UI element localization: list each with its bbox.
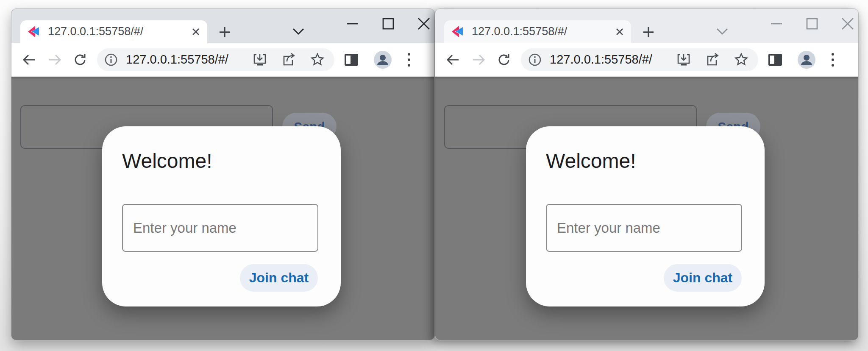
name-input[interactable] <box>122 204 318 252</box>
join-chat-button[interactable]: Join chat <box>664 264 742 292</box>
tab-search-chevron-icon[interactable] <box>291 27 306 36</box>
bookmark-star-icon[interactable] <box>310 52 325 67</box>
address-bar[interactable]: 127.0.0.1:55758/#/ <box>97 48 334 71</box>
url-text[interactable]: 127.0.0.1:55758/#/ <box>550 53 676 67</box>
browser-tab[interactable]: 127.0.0.1:55758/#/ <box>444 20 631 43</box>
dialog-title: Welcome! <box>122 149 212 173</box>
tab-title: 127.0.0.1:55758/#/ <box>472 25 615 38</box>
window-controls <box>770 17 854 30</box>
back-icon[interactable] <box>22 52 37 67</box>
bookmark-star-icon[interactable] <box>734 52 749 67</box>
app-favicon-icon <box>451 25 463 38</box>
side-panel-icon[interactable] <box>344 53 359 67</box>
name-input[interactable] <box>546 204 742 252</box>
forward-icon[interactable] <box>47 52 62 67</box>
profile-avatar-icon[interactable] <box>797 50 816 69</box>
window-close-icon[interactable] <box>417 17 430 30</box>
browser-toolbar: 127.0.0.1:55758/#/ <box>11 43 434 77</box>
window-close-icon[interactable] <box>841 17 854 30</box>
page-content-scrim: Send Welcome! Join chat <box>435 77 858 340</box>
address-bar[interactable]: 127.0.0.1:55758/#/ <box>521 48 758 71</box>
install-app-icon[interactable] <box>676 52 691 67</box>
tab-search-chevron-icon[interactable] <box>715 27 729 36</box>
tab-title: 127.0.0.1:55758/#/ <box>48 25 191 38</box>
join-chat-label: Join chat <box>249 270 309 286</box>
browser-window-right: 127.0.0.1:55758/#/ <box>435 8 859 340</box>
toolbar-right-icons <box>344 50 412 69</box>
menu-kebab-icon[interactable] <box>830 51 835 68</box>
maximize-icon[interactable] <box>382 17 395 30</box>
browser-window-left: 127.0.0.1:55758/#/ <box>11 8 435 340</box>
reload-icon[interactable] <box>496 52 512 67</box>
tab-close-icon[interactable] <box>191 27 200 36</box>
welcome-dialog: Welcome! Join chat <box>526 126 765 306</box>
site-info-icon[interactable] <box>528 53 542 67</box>
url-text[interactable]: 127.0.0.1:55758/#/ <box>126 53 252 67</box>
menu-kebab-icon[interactable] <box>406 51 412 68</box>
new-tab-icon[interactable] <box>218 25 231 39</box>
tab-close-icon[interactable] <box>615 27 624 36</box>
app-favicon-icon <box>27 25 39 38</box>
window-controls <box>346 17 430 30</box>
browser-toolbar: 127.0.0.1:55758/#/ <box>435 43 858 77</box>
minimize-icon[interactable] <box>346 17 359 30</box>
dialog-title: Welcome! <box>546 149 636 173</box>
toolbar-right-icons <box>768 50 835 69</box>
reload-icon[interactable] <box>72 52 88 67</box>
tab-strip: 127.0.0.1:55758/#/ <box>435 9 858 43</box>
site-info-icon[interactable] <box>104 53 118 67</box>
join-chat-button[interactable]: Join chat <box>240 264 318 292</box>
back-icon[interactable] <box>445 52 461 67</box>
install-app-icon[interactable] <box>252 52 267 67</box>
share-icon[interactable] <box>281 52 296 67</box>
join-chat-label: Join chat <box>673 270 732 286</box>
maximize-icon[interactable] <box>806 17 818 30</box>
welcome-dialog: Welcome! Join chat <box>102 126 341 306</box>
tab-strip: 127.0.0.1:55758/#/ <box>11 9 434 43</box>
side-panel-icon[interactable] <box>768 53 783 67</box>
page-content-scrim: Send Welcome! Join chat <box>11 77 434 340</box>
share-icon[interactable] <box>705 52 720 67</box>
new-tab-icon[interactable] <box>642 25 655 39</box>
browser-tab[interactable]: 127.0.0.1:55758/#/ <box>20 20 207 43</box>
profile-avatar-icon[interactable] <box>373 50 392 69</box>
forward-icon[interactable] <box>471 52 486 67</box>
minimize-icon[interactable] <box>770 17 783 30</box>
